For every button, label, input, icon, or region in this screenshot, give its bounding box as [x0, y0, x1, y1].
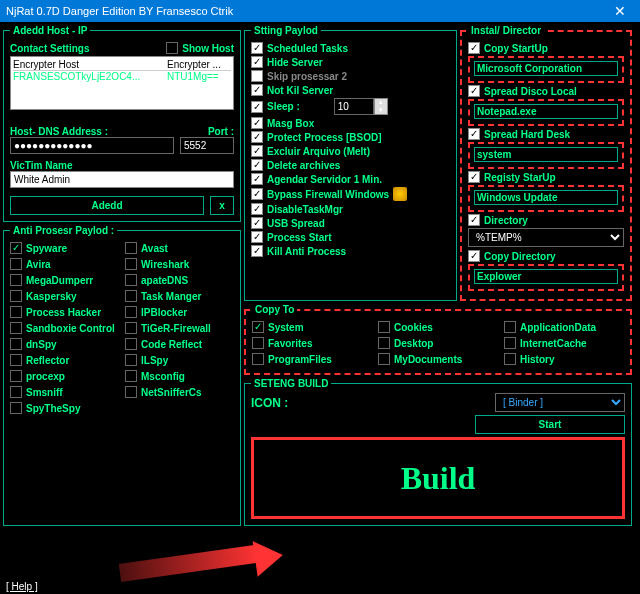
- anti-checkbox[interactable]: [10, 354, 22, 366]
- payload-checkbox[interactable]: [251, 101, 263, 113]
- copyto-checkbox[interactable]: [378, 353, 390, 365]
- binder-select[interactable]: [ Binder ]: [495, 393, 625, 412]
- copyto-group: Copy To SystemCookiesApplicationDataFavo…: [244, 304, 632, 375]
- close-button[interactable]: ✕: [600, 0, 640, 22]
- port-input[interactable]: [180, 137, 234, 154]
- payload-checkbox[interactable]: [251, 145, 263, 157]
- copyto-checkbox[interactable]: [504, 353, 516, 365]
- host-group: Adedd Host - IP Contact Settings Show Ho…: [3, 25, 241, 222]
- payload-checkbox[interactable]: [251, 245, 263, 257]
- anti-checkbox[interactable]: [125, 338, 137, 350]
- dir-select[interactable]: %TEMP%: [468, 228, 624, 247]
- start-button[interactable]: Start: [475, 415, 625, 434]
- anti-checkbox[interactable]: [125, 370, 137, 382]
- anti-checkbox[interactable]: [10, 370, 22, 382]
- anti-group: Anti Prosesr Paylod : SpywareAvastAviraW…: [3, 225, 241, 526]
- payload-checkbox[interactable]: [251, 231, 263, 243]
- anti-checkbox[interactable]: [10, 274, 22, 286]
- anti-checkbox[interactable]: [10, 338, 22, 350]
- payload-checkbox[interactable]: [251, 188, 263, 200]
- payload-checkbox[interactable]: [251, 56, 263, 68]
- build-button[interactable]: Build: [251, 437, 625, 519]
- payload-checkbox[interactable]: [251, 131, 263, 143]
- anti-checkbox[interactable]: [125, 258, 137, 270]
- anti-checkbox[interactable]: [10, 258, 22, 270]
- payload-checkbox[interactable]: [251, 203, 263, 215]
- window-title: NjRat 0.7D Danger Edition BY Fransesco C…: [6, 5, 233, 17]
- copyto-checkbox[interactable]: [252, 353, 264, 365]
- copyto-checkbox[interactable]: [504, 337, 516, 349]
- anti-checkbox[interactable]: [125, 274, 137, 286]
- anti-checkbox[interactable]: [125, 306, 137, 318]
- payload-checkbox[interactable]: [251, 42, 263, 54]
- payload-checkbox[interactable]: [251, 117, 263, 129]
- anti-checkbox[interactable]: [10, 290, 22, 302]
- anti-checkbox[interactable]: [10, 242, 22, 254]
- anti-checkbox[interactable]: [10, 386, 22, 398]
- copyto-checkbox[interactable]: [252, 321, 264, 333]
- dns-input[interactable]: [10, 137, 174, 154]
- anti-checkbox[interactable]: [125, 354, 137, 366]
- payload-checkbox[interactable]: [251, 159, 263, 171]
- host-list[interactable]: Encrypter HostEncrypter ... FRANSESCOTky…: [10, 56, 234, 110]
- anti-checkbox[interactable]: [125, 386, 137, 398]
- anti-checkbox[interactable]: [10, 322, 22, 334]
- host-legend: Adedd Host - IP: [10, 25, 90, 36]
- payload-checkbox[interactable]: [251, 217, 263, 229]
- remove-button[interactable]: x: [210, 196, 234, 215]
- showhost-checkbox[interactable]: [166, 42, 178, 54]
- payload-checkbox[interactable]: [251, 84, 263, 96]
- anti-checkbox[interactable]: [125, 290, 137, 302]
- payload-checkbox[interactable]: [251, 70, 263, 82]
- anti-checkbox[interactable]: [125, 242, 137, 254]
- copyto-checkbox[interactable]: [378, 337, 390, 349]
- build-group: SETENG BUILD ICON : [ Binder ] Start Bui…: [244, 378, 632, 526]
- install-group: Instal/ Director Copy StartUp Microsoft …: [460, 25, 632, 301]
- anti-checkbox[interactable]: [10, 402, 22, 414]
- add-button[interactable]: Adedd: [10, 196, 204, 215]
- victim-input[interactable]: [10, 171, 234, 188]
- copyto-checkbox[interactable]: [504, 321, 516, 333]
- contact-label: Contact Settings: [10, 43, 89, 54]
- shield-icon: [393, 187, 407, 201]
- payload-checkbox[interactable]: [251, 173, 263, 185]
- copyto-checkbox[interactable]: [252, 337, 264, 349]
- copyto-checkbox[interactable]: [378, 321, 390, 333]
- anti-checkbox[interactable]: [125, 322, 137, 334]
- help-link[interactable]: [ Help ]: [6, 581, 38, 592]
- anti-checkbox[interactable]: [10, 306, 22, 318]
- titlebar: NjRat 0.7D Danger Edition BY Fransesco C…: [0, 0, 640, 22]
- payload-group: Stting Paylod Scheduled TasksHide Server…: [244, 25, 457, 301]
